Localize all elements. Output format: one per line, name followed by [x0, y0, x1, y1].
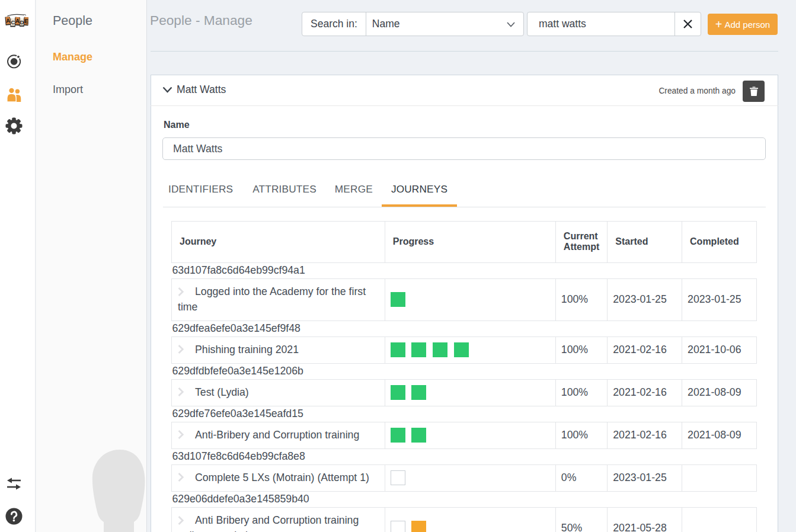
svg-text:C: C [11, 20, 15, 25]
svg-text:D: D [20, 20, 24, 25]
svg-text:A: A [15, 18, 20, 24]
svg-text:A: A [5, 17, 10, 24]
svg-text:E: E [24, 18, 28, 24]
